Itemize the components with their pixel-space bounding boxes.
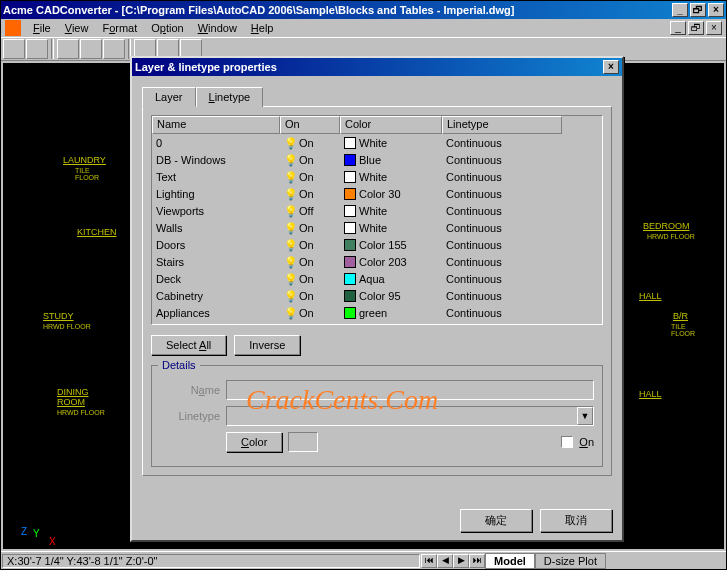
color-swatch-icon	[344, 171, 356, 183]
menu-file[interactable]: File	[27, 21, 57, 35]
layer-linetype-cell: Continuous	[442, 205, 562, 217]
layout-tab-model[interactable]: Model	[485, 553, 535, 569]
bulb-icon: 💡	[284, 154, 296, 166]
room-label: B/R	[673, 311, 688, 321]
layer-color-cell: White	[340, 137, 442, 149]
menu-option[interactable]: Option	[145, 21, 189, 35]
layer-name-cell: Stairs	[152, 256, 280, 268]
layer-on-cell: 💡Off	[280, 205, 340, 217]
maximize-button[interactable]: 🗗	[690, 3, 706, 17]
toolbar-button[interactable]	[80, 39, 102, 59]
room-sublabel: TILEFLOOR	[75, 167, 99, 181]
color-swatch-field[interactable]	[288, 432, 318, 452]
ucs-y-axis: Y	[33, 528, 40, 539]
bulb-icon: 💡	[284, 137, 296, 149]
tab-layer[interactable]: Layer	[142, 87, 196, 107]
on-checkbox[interactable]	[561, 436, 573, 448]
column-header-on[interactable]: On	[280, 116, 340, 134]
layer-name-cell: Text	[152, 171, 280, 183]
layer-row[interactable]: DB - Windows💡OnBlueContinuous	[152, 151, 602, 168]
layer-color-cell: Aqua	[340, 273, 442, 285]
layer-row[interactable]: Viewports💡OffWhiteContinuous	[152, 202, 602, 219]
minimize-button[interactable]: _	[672, 3, 688, 17]
tab-nav-last[interactable]: ⏭	[469, 554, 485, 568]
layer-linetype-cell: Continuous	[442, 239, 562, 251]
layer-row[interactable]: Doors💡OnColor 155Continuous	[152, 236, 602, 253]
bulb-icon: 💡	[284, 205, 296, 217]
layer-row[interactable]: 0💡OnWhiteContinuous	[152, 134, 602, 151]
color-swatch-icon	[344, 307, 356, 319]
layer-on-cell: 💡On	[280, 188, 340, 200]
select-all-button[interactable]: Select All	[151, 335, 226, 355]
layer-name-cell: Lighting	[152, 188, 280, 200]
color-swatch-icon	[344, 137, 356, 149]
tab-nav-prev[interactable]: ◀	[437, 554, 453, 568]
layer-row[interactable]: Lighting💡OnColor 30Continuous	[152, 185, 602, 202]
layer-name-cell: Cabinetry	[152, 290, 280, 302]
layer-on-cell: 💡On	[280, 256, 340, 268]
tab-nav-first[interactable]: ⏮	[421, 554, 437, 568]
layer-name-cell: Power	[152, 324, 280, 325]
mdi-minimize-button[interactable]: _	[670, 21, 686, 35]
menu-window[interactable]: Window	[192, 21, 243, 35]
room-label: KITCHEN	[77, 227, 117, 237]
layer-color-cell: Color 203	[340, 256, 442, 268]
toolbar-button[interactable]	[3, 39, 25, 59]
color-swatch-icon	[344, 273, 356, 285]
layer-name-cell: Doors	[152, 239, 280, 251]
menu-format[interactable]: Format	[96, 21, 143, 35]
dialog-title-bar[interactable]: Layer & linetype properties ×	[132, 58, 622, 76]
cancel-button[interactable]: 取消	[540, 509, 612, 532]
bulb-icon: 💡	[284, 188, 296, 200]
layer-row[interactable]: Cabinetry💡OnColor 95Continuous	[152, 287, 602, 304]
layer-row[interactable]: Walls💡OnWhiteContinuous	[152, 219, 602, 236]
bulb-icon: 💡	[284, 273, 296, 285]
bulb-icon: 💡	[284, 290, 296, 302]
tab-nav-next[interactable]: ▶	[453, 554, 469, 568]
layer-color-cell: Color 95	[340, 290, 442, 302]
toolbar-button[interactable]	[57, 39, 79, 59]
layer-on-cell: 💡On	[280, 239, 340, 251]
layer-row[interactable]: Appliances💡OngreenContinuous	[152, 304, 602, 321]
column-header-color[interactable]: Color	[340, 116, 442, 134]
name-field[interactable]	[226, 380, 594, 400]
layer-name-cell: Deck	[152, 273, 280, 285]
layer-row[interactable]: Text💡OnWhiteContinuous	[152, 168, 602, 185]
layer-linetype-cell: Continuous	[442, 290, 562, 302]
layer-on-cell: 💡On	[280, 154, 340, 166]
column-header-name[interactable]: Name	[152, 116, 280, 134]
layer-grid-body[interactable]: 0💡OnWhiteContinuousDB - Windows💡OnBlueCo…	[152, 134, 602, 324]
menu-view[interactable]: View	[59, 21, 95, 35]
layer-row[interactable]: Power💡OnFuchsiaContinuous	[152, 321, 602, 324]
layout-tab-dsize[interactable]: D-size Plot	[535, 553, 606, 569]
ok-button[interactable]: 确定	[460, 509, 532, 532]
color-swatch-icon	[344, 205, 356, 217]
mdi-restore-button[interactable]: 🗗	[688, 21, 704, 35]
details-legend: Details	[158, 359, 200, 371]
column-header-linetype[interactable]: Linetype	[442, 116, 562, 134]
toolbar-button[interactable]	[103, 39, 125, 59]
layer-linetype-cell: Continuous	[442, 137, 562, 149]
inverse-button[interactable]: Inverse	[234, 335, 300, 355]
layer-linetype-cell: Continuous	[442, 273, 562, 285]
toolbar-button[interactable]	[26, 39, 48, 59]
layer-row[interactable]: Deck💡OnAquaContinuous	[152, 270, 602, 287]
layer-on-cell: 💡On	[280, 273, 340, 285]
mdi-close-button[interactable]: ×	[706, 21, 722, 35]
layer-color-cell: White	[340, 205, 442, 217]
menu-help[interactable]: Help	[245, 21, 280, 35]
room-sublabel: TILEFLOOR	[671, 323, 695, 337]
layer-on-cell: 💡On	[280, 290, 340, 302]
color-button[interactable]: Color	[226, 432, 282, 452]
layer-row[interactable]: Stairs💡OnColor 203Continuous	[152, 253, 602, 270]
layer-color-cell: White	[340, 171, 442, 183]
room-label: BEDROOM	[643, 221, 690, 231]
tab-linetype[interactable]: Linetype	[196, 87, 264, 107]
layer-linetype-cell: Continuous	[442, 324, 562, 325]
dialog-close-button[interactable]: ×	[603, 60, 619, 74]
color-swatch-icon	[344, 290, 356, 302]
layer-on-cell: 💡On	[280, 324, 340, 325]
linetype-combo[interactable]: ▼	[226, 406, 594, 426]
color-swatch-icon	[344, 256, 356, 268]
close-button[interactable]: ×	[708, 3, 724, 17]
